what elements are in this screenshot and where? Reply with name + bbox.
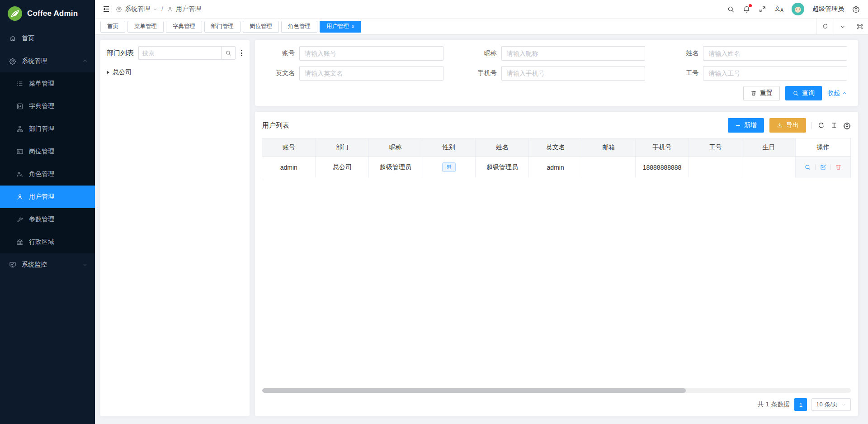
add-user-button[interactable]: 新增 bbox=[728, 118, 764, 133]
sidebar-submenu-system: 菜单管理 字典管理 部门管理 岗位管理 角色管理 用户管理 bbox=[0, 72, 95, 253]
filter-grid: 账号 昵称 姓名 英文名 bbox=[266, 46, 847, 81]
view-row-button[interactable] bbox=[804, 164, 811, 171]
reset-button[interactable]: 重置 bbox=[743, 86, 780, 100]
download-icon bbox=[777, 122, 783, 129]
edit-row-button[interactable] bbox=[820, 164, 826, 171]
gender-tag: 男 bbox=[442, 162, 456, 172]
department-panel: 部门列表 总公司 bbox=[100, 40, 250, 416]
job-no-input[interactable] bbox=[703, 66, 847, 81]
field-label: 姓名 bbox=[670, 49, 698, 57]
tab-dict-mgmt[interactable]: 字典管理 bbox=[166, 21, 202, 33]
chevron-up-icon bbox=[842, 91, 847, 96]
col-job-no: 工号 bbox=[689, 138, 742, 157]
export-button[interactable]: 导出 bbox=[769, 118, 806, 133]
breadcrumb: 系统管理 / 用户管理 bbox=[116, 5, 201, 13]
department-panel-title: 部门列表 bbox=[107, 49, 134, 57]
chevron-up-icon bbox=[82, 58, 88, 64]
user-icon bbox=[167, 6, 173, 12]
table-title: 用户列表 bbox=[262, 121, 289, 130]
avatar[interactable] bbox=[792, 3, 804, 15]
id-badge-icon bbox=[16, 148, 24, 155]
tree-node-root[interactable]: 总公司 bbox=[107, 66, 243, 79]
sidebar-item-region-mgmt[interactable]: 行政区域 bbox=[0, 231, 95, 253]
sidebar-item-menu-mgmt[interactable]: 菜单管理 bbox=[0, 72, 95, 95]
translate-icon[interactable]: 文A bbox=[774, 5, 783, 13]
column-settings-button[interactable] bbox=[843, 122, 851, 129]
collapse-filter-link[interactable]: 收起 bbox=[827, 89, 847, 97]
app-logo[interactable]: Coffee Admin bbox=[0, 0, 95, 27]
sidebar-item-home[interactable]: 首页 bbox=[0, 27, 95, 50]
cell-actions bbox=[796, 157, 851, 178]
leaf-logo-icon bbox=[7, 6, 23, 21]
department-search-input[interactable] bbox=[138, 46, 221, 60]
tab-dept-mgmt[interactable]: 部门管理 bbox=[204, 21, 241, 33]
field-account: 账号 bbox=[266, 46, 443, 61]
cell-email bbox=[582, 157, 636, 178]
tabbar: 首页 菜单管理 字典管理 部门管理 岗位管理 角色管理 用户管理 x bbox=[95, 18, 868, 35]
sidebar-item-label: 字典管理 bbox=[29, 102, 54, 110]
cell-en-name: admin bbox=[529, 157, 582, 178]
delete-row-button[interactable] bbox=[835, 164, 842, 171]
fullscreen-icon[interactable] bbox=[759, 5, 766, 13]
refresh-icon bbox=[817, 122, 825, 129]
tab-role-mgmt[interactable]: 角色管理 bbox=[281, 21, 317, 33]
row-height-button[interactable] bbox=[830, 122, 838, 129]
content: 部门列表 总公司 账号 bbox=[95, 35, 868, 424]
username[interactable]: 超级管理员 bbox=[812, 5, 844, 13]
department-more-menu[interactable] bbox=[240, 49, 243, 57]
tabs-menu-button[interactable] bbox=[834, 19, 851, 34]
breadcrumb-section[interactable]: 系统管理 bbox=[125, 5, 150, 13]
table-row[interactable]: admin 总公司 超级管理员 男 超级管理员 admin 1888888888… bbox=[262, 157, 851, 178]
right-column: 账号 昵称 姓名 英文名 bbox=[255, 40, 858, 416]
col-gender: 性别 bbox=[422, 138, 476, 157]
horizontal-scrollbar bbox=[262, 388, 851, 393]
tree-caret-icon[interactable] bbox=[107, 71, 109, 74]
page-1-button[interactable]: 1 bbox=[794, 398, 807, 411]
sidebar-item-system[interactable]: 系统管理 bbox=[0, 50, 95, 72]
department-search-group bbox=[138, 46, 236, 60]
col-birthday: 生日 bbox=[742, 138, 795, 157]
department-tree: 总公司 bbox=[107, 66, 243, 79]
search-button[interactable]: 查询 bbox=[785, 86, 822, 100]
sidebar-collapse-icon[interactable] bbox=[102, 5, 110, 13]
tabs-refresh-button[interactable] bbox=[816, 19, 834, 34]
tab-post-mgmt[interactable]: 岗位管理 bbox=[243, 21, 279, 33]
sidebar-item-post-mgmt[interactable]: 岗位管理 bbox=[0, 140, 95, 163]
plus-icon bbox=[735, 123, 741, 129]
filter-panel: 账号 昵称 姓名 英文名 bbox=[255, 40, 858, 106]
org-tree-icon bbox=[16, 125, 24, 133]
sidebar-item-user-mgmt[interactable]: 用户管理 bbox=[0, 186, 95, 208]
cell-phone: 18888888888 bbox=[636, 157, 689, 178]
phone-input[interactable] bbox=[501, 66, 646, 81]
table-refresh-button[interactable] bbox=[817, 122, 825, 129]
filter-actions: 重置 查询 收起 bbox=[266, 86, 847, 100]
tab-menu-mgmt[interactable]: 菜单管理 bbox=[127, 21, 164, 33]
tab-home[interactable]: 首页 bbox=[100, 21, 125, 33]
sidebar-item-label: 菜单管理 bbox=[29, 80, 54, 88]
main-area: 系统管理 / 用户管理 文A 超级管理员 首页 菜单管理 字典 bbox=[95, 0, 868, 424]
sidebar-item-dept-mgmt[interactable]: 部门管理 bbox=[0, 118, 95, 140]
department-search-button[interactable] bbox=[221, 46, 236, 60]
tab-user-mgmt[interactable]: 用户管理 x bbox=[320, 21, 361, 33]
sidebar-item-label: 角色管理 bbox=[29, 170, 54, 178]
page-size-select[interactable]: 10 条/页 bbox=[811, 398, 851, 411]
content-fullscreen-button[interactable] bbox=[851, 19, 868, 34]
notification-bell[interactable] bbox=[743, 5, 750, 13]
tab-close-icon[interactable]: x bbox=[352, 24, 354, 29]
sidebar-item-label: 系统监控 bbox=[22, 261, 47, 269]
chevron-down-icon bbox=[153, 7, 158, 12]
settings-gear-icon[interactable] bbox=[852, 5, 860, 13]
chevron-down-icon bbox=[841, 402, 846, 407]
account-input[interactable] bbox=[299, 46, 443, 61]
search-icon[interactable] bbox=[727, 5, 735, 13]
sidebar-item-param-mgmt[interactable]: 参数管理 bbox=[0, 208, 95, 231]
en-name-input[interactable] bbox=[299, 66, 443, 81]
gear-icon bbox=[116, 6, 122, 12]
horizontal-scrollbar-thumb[interactable] bbox=[262, 388, 686, 393]
nickname-input[interactable] bbox=[501, 46, 646, 61]
sidebar-item-dict-mgmt[interactable]: 字典管理 bbox=[0, 95, 95, 118]
name-input[interactable] bbox=[703, 46, 847, 61]
topbar-actions: 文A 超级管理员 bbox=[727, 3, 860, 15]
sidebar-item-role-mgmt[interactable]: 角色管理 bbox=[0, 163, 95, 186]
sidebar-item-monitor[interactable]: 系统监控 bbox=[0, 253, 95, 276]
